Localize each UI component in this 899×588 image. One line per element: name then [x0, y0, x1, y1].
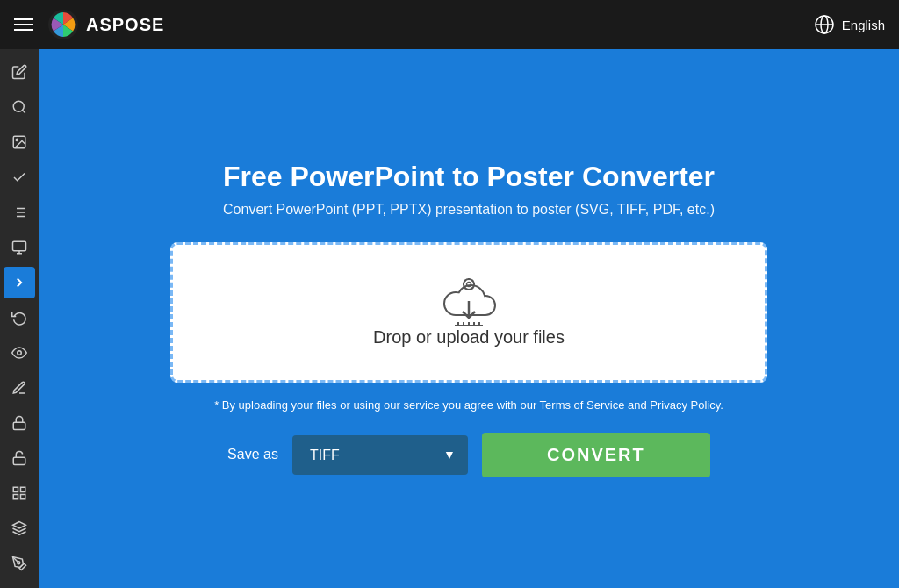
- sidebar-item-unlock[interactable]: [4, 442, 35, 474]
- sidebar-item-lock[interactable]: [4, 407, 35, 439]
- save-as-label: Save as: [227, 447, 278, 463]
- svg-rect-20: [13, 487, 18, 491]
- logo-icon: [47, 9, 79, 40]
- svg-point-34: [467, 283, 471, 287]
- svg-rect-22: [21, 495, 25, 499]
- svg-rect-23: [13, 495, 18, 499]
- content-area: Free PowerPoint to Poster Converter Conv…: [39, 49, 899, 588]
- sidebar-item-check[interactable]: [4, 161, 35, 193]
- svg-line-42: [464, 288, 466, 290]
- sidebar-item-edit2[interactable]: [4, 372, 35, 404]
- convert-button[interactable]: CONVERT: [482, 433, 710, 477]
- header: ASPOSE English: [0, 0, 899, 49]
- sidebar-item-slides[interactable]: [4, 232, 35, 263]
- language-label: English: [842, 18, 885, 32]
- hamburger-menu[interactable]: [14, 18, 33, 31]
- svg-rect-19: [13, 457, 25, 464]
- logo-text: ASPOSE: [86, 15, 164, 35]
- svg-point-7: [16, 139, 18, 140]
- sidebar-item-image[interactable]: [4, 126, 35, 158]
- svg-line-39: [464, 280, 466, 282]
- sidebar-item-list[interactable]: [4, 197, 35, 228]
- svg-line-5: [22, 110, 25, 112]
- sidebar-item-layers[interactable]: [4, 513, 35, 544]
- svg-rect-14: [13, 241, 26, 251]
- svg-line-40: [472, 288, 474, 290]
- svg-point-25: [18, 562, 20, 564]
- header-left: ASPOSE: [14, 9, 164, 40]
- svg-marker-24: [13, 522, 26, 529]
- sidebar-item-edit[interactable]: [4, 56, 35, 88]
- format-select[interactable]: TIFF SVG PDF PNG JPEG: [292, 435, 468, 475]
- main-wrapper: Free PowerPoint to Poster Converter Conv…: [0, 49, 899, 588]
- dropzone[interactable]: Drop or upload your files: [170, 242, 767, 383]
- sidebar-item-search[interactable]: [4, 91, 35, 123]
- sidebar-item-arrow[interactable]: [4, 267, 35, 298]
- sidebar-item-apps[interactable]: [4, 477, 35, 509]
- svg-rect-18: [13, 422, 25, 429]
- sidebar-item-eye[interactable]: [4, 337, 35, 369]
- sidebar: [0, 49, 39, 588]
- svg-rect-21: [21, 487, 25, 491]
- svg-point-4: [13, 101, 24, 111]
- globe-icon: [814, 14, 835, 35]
- language-selector[interactable]: English: [814, 14, 885, 35]
- terms-text: * By uploading your files or using our s…: [170, 398, 767, 412]
- page-title: Free PowerPoint to Poster Converter: [223, 161, 715, 193]
- logo: ASPOSE: [47, 9, 164, 40]
- svg-point-17: [18, 351, 22, 355]
- dropzone-text: Drop or upload your files: [373, 327, 565, 348]
- format-select-wrapper: TIFF SVG PDF PNG JPEG ▼: [292, 435, 468, 475]
- sidebar-item-pen[interactable]: [4, 548, 35, 579]
- cloud-upload-icon: [437, 276, 500, 327]
- svg-line-41: [472, 280, 474, 282]
- sidebar-item-undo[interactable]: [4, 302, 35, 333]
- bottom-controls: Save as TIFF SVG PDF PNG JPEG ▼ CONVERT: [227, 433, 710, 477]
- page-subtitle: Convert PowerPoint (PPT, PPTX) presentat…: [223, 202, 715, 218]
